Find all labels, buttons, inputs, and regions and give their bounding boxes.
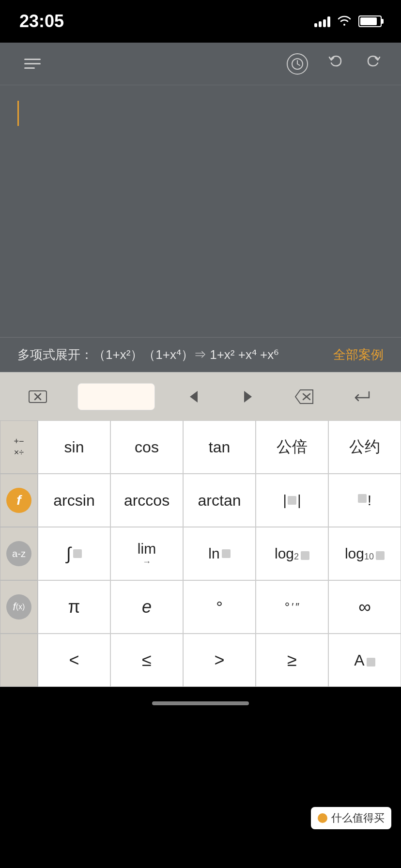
key-e[interactable]: e — [110, 580, 183, 634]
clock-icon — [287, 53, 308, 75]
key-infinity[interactable]: ∞ — [328, 580, 401, 634]
watermark-dot — [318, 813, 327, 823]
key-pi[interactable]: π — [38, 580, 110, 634]
key-tan[interactable]: tan — [183, 420, 256, 474]
redo-button[interactable] — [362, 51, 384, 77]
key-lcm[interactable]: 公倍 — [256, 420, 328, 474]
toolbar-right — [285, 51, 384, 77]
delete-button[interactable] — [21, 382, 54, 411]
key-cos[interactable]: cos — [110, 420, 183, 474]
app-container: 多项式展开：（1+x²）（1+x⁴）⇒ 1+x² +x⁴ +x⁶ 全部案例 — [0, 43, 401, 687]
hint-text: 多项式展开：（1+x²）（1+x⁴）⇒ 1+x² +x⁴ +x⁶ — [17, 346, 278, 363]
key-gcd[interactable]: 公约 — [328, 420, 401, 474]
battery-icon — [358, 16, 382, 27]
func-icon: f — [6, 488, 31, 513]
key-arctan[interactable]: arctan — [183, 474, 256, 527]
hint-bar: 多项式展开：（1+x²）（1+x⁴）⇒ 1+x² +x⁴ +x⁶ 全部案例 — [0, 337, 401, 372]
key-factorial[interactable]: ! — [328, 474, 401, 527]
key-log2[interactable]: log2 — [256, 527, 328, 580]
undo-button[interactable] — [325, 51, 347, 77]
menu-button[interactable] — [17, 54, 47, 74]
signal-icon — [314, 16, 330, 27]
key-arcsin[interactable]: arcsin — [38, 474, 110, 527]
key-sin[interactable]: sin — [38, 420, 110, 474]
text-cursor — [17, 101, 19, 126]
enter-button[interactable] — [345, 383, 380, 410]
key-ln[interactable]: ln — [183, 527, 256, 580]
home-indicator — [152, 701, 249, 705]
key-log10[interactable]: log10 — [328, 527, 401, 580]
key-less-than[interactable]: < — [38, 634, 110, 687]
backspace-button[interactable] — [287, 383, 322, 410]
key-greater-equal[interactable]: ≥ — [256, 634, 328, 687]
arrow-right-button[interactable] — [232, 383, 263, 410]
key-lim[interactable]: lim → — [110, 527, 183, 580]
alpha-icon: a-z — [6, 541, 31, 566]
all-examples-link[interactable]: 全部案例 — [333, 346, 384, 363]
key-integral[interactable]: ∫ — [38, 527, 110, 580]
svg-marker-6 — [190, 391, 198, 403]
keyboard-area: +−×÷ sin cos tan 公倍 公约 f — [0, 420, 401, 687]
watermark-text: 什么值得买 — [331, 811, 385, 825]
key-variable-a[interactable]: A — [328, 634, 401, 687]
wifi-icon — [337, 14, 352, 29]
input-field[interactable] — [77, 383, 155, 410]
side-key-alpha[interactable]: a-z — [0, 527, 38, 580]
key-angles[interactable]: °′″ — [256, 580, 328, 634]
side-key-fx[interactable]: f(x) — [0, 580, 38, 634]
keyboard-grid: +−×÷ sin cos tan 公倍 公约 f — [0, 420, 401, 687]
arrow-left-button[interactable] — [178, 383, 209, 410]
side-key-empty — [0, 634, 38, 687]
svg-marker-7 — [244, 391, 252, 403]
key-abs[interactable]: || — [256, 474, 328, 527]
home-indicator-area — [0, 687, 401, 720]
editor-area[interactable] — [0, 85, 401, 337]
top-toolbar — [0, 43, 401, 85]
side-key-func[interactable]: f — [0, 474, 38, 527]
input-toolbar — [0, 372, 401, 420]
status-icons — [314, 14, 382, 29]
ops-icon: +−×÷ — [14, 436, 24, 459]
svg-line-2 — [297, 64, 300, 65]
status-time: 23:05 — [19, 11, 64, 31]
status-bar: 23:05 — [0, 0, 401, 43]
side-key-ops[interactable]: +−×÷ — [0, 420, 38, 474]
history-button[interactable] — [285, 51, 310, 77]
key-less-equal[interactable]: ≤ — [110, 634, 183, 687]
key-arccos[interactable]: arccos — [110, 474, 183, 527]
key-greater-than[interactable]: > — [183, 634, 256, 687]
fx-icon: f(x) — [6, 594, 31, 620]
watermark: 什么值得买 — [311, 807, 391, 829]
key-degree[interactable]: ° — [183, 580, 256, 634]
hamburger-icon — [24, 59, 41, 69]
